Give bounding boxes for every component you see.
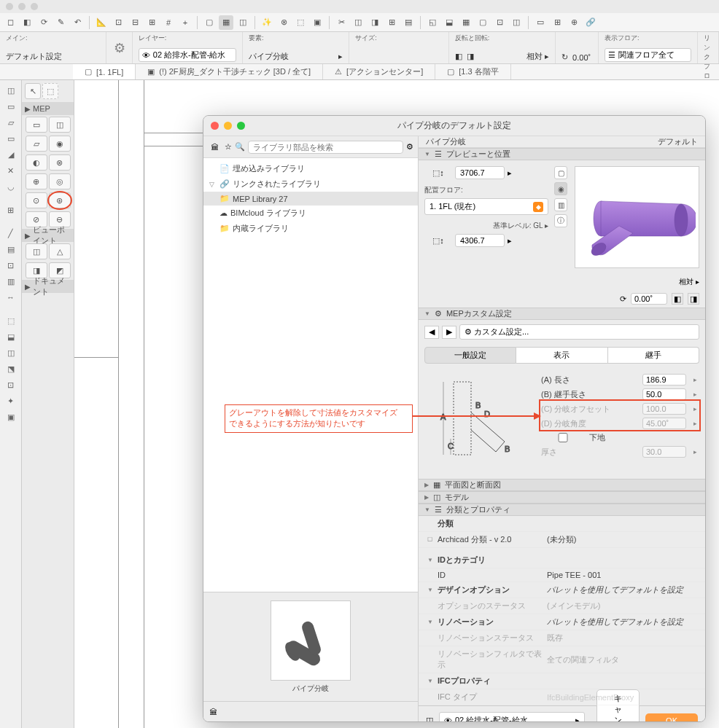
tab-3d-check[interactable]: ▣ (!) 2F厨房_ダクト干渉チェック [3D / 全て] (136, 64, 323, 79)
mep-header[interactable]: ▶ MEP (22, 102, 74, 115)
ok-button[interactable]: OK (645, 713, 698, 722)
view-2d[interactable]: ▢ (554, 166, 567, 179)
tool-icon[interactable]: ⬓ (442, 15, 456, 30)
mep-tool[interactable]: ⊕ (26, 173, 47, 189)
library-tree[interactable]: 📄 埋め込みライブラリ ▽🔗 リンクされたライブラリ 📁 MEP Library… (203, 158, 418, 592)
tool-icon[interactable]: ◨ (368, 15, 382, 30)
mep-tool[interactable]: ◫ (49, 117, 71, 133)
mep-tool[interactable]: ⊗ (49, 154, 71, 171)
tab-floor[interactable]: ▢ [1.3 各階平 (435, 64, 510, 79)
settings-icon[interactable]: ⚙ (114, 40, 125, 56)
tool-icon[interactable]: ◫ (3, 345, 19, 360)
custom-settings-drop[interactable]: ⚙ カスタム設定... (459, 324, 699, 340)
preview-3d[interactable] (575, 166, 699, 268)
link-icon[interactable]: 🔗 (583, 15, 598, 30)
mep-tool[interactable]: ▱ (26, 136, 47, 152)
building-icon[interactable]: 🏛 (209, 708, 217, 716)
beam-icon[interactable]: ▭ (3, 131, 19, 146)
tool-icon[interactable]: ⬓ (3, 329, 19, 344)
section-class[interactable]: ▼☰ 分類とプロパティ (419, 504, 705, 516)
close-icon[interactable] (211, 122, 219, 130)
section-model[interactable]: ▶◫ モデル (419, 491, 705, 504)
param-b[interactable] (642, 388, 686, 400)
minimize-traffic[interactable] (18, 3, 26, 10)
section-mep[interactable]: ▼⚙ MEPカスタム設定 (419, 308, 705, 320)
shell-icon[interactable]: ◡ (3, 179, 19, 194)
tool-icon[interactable]: ⟳ (36, 15, 51, 30)
tool-icon[interactable]: ⊡ (3, 377, 19, 392)
group-icon[interactable]: ▣ (310, 15, 324, 30)
lib-mep27[interactable]: 📁 MEP Library 27 (203, 192, 418, 206)
wall-icon[interactable]: ▭ (3, 99, 19, 114)
slab-icon[interactable]: ▱ (3, 115, 19, 130)
mep-tool[interactable]: ◉ (49, 136, 71, 152)
view-info[interactable]: ⓘ (554, 214, 567, 227)
document-header[interactable]: ▶ ドキュメント (22, 280, 74, 293)
main-value[interactable]: デフォルト設定 (6, 51, 100, 62)
lib-builtin[interactable]: 📁 内蔵ライブラリ (203, 221, 418, 236)
magic-icon[interactable]: ✨ (260, 15, 274, 30)
tool-icon[interactable]: ◫ (351, 15, 365, 30)
tool-icon[interactable]: ⊞ (550, 15, 564, 30)
view-side[interactable]: ▥ (554, 198, 567, 211)
arrow-tool[interactable]: ↖ (25, 83, 41, 99)
grid-icon[interactable]: # (161, 15, 176, 30)
mep-tool[interactable]: ▭ (26, 117, 47, 133)
elevation-icon[interactable]: ▥ (3, 274, 19, 289)
tool-icon[interactable]: ◫ (509, 15, 524, 30)
trim-icon[interactable]: ⊟ (128, 15, 142, 30)
tool-icon[interactable]: ⬚ (3, 313, 19, 328)
elevation-bottom[interactable] (455, 234, 505, 247)
chev[interactable]: ▸ (508, 168, 512, 178)
fill-icon[interactable]: ▦ (219, 15, 233, 30)
pipe-branch-tool[interactable]: ⊛ (49, 192, 71, 208)
dim-icon[interactable]: ↔ (3, 290, 19, 305)
search-input[interactable] (248, 141, 403, 154)
nav-icon[interactable]: ⊕ (567, 15, 581, 30)
star-icon[interactable]: ☆ (225, 142, 232, 152)
layer-dropdown[interactable]: 👁 02 給排水-配管-給水 ▸ (439, 712, 585, 721)
zoom-traffic[interactable] (31, 3, 38, 10)
mep-tool[interactable]: ⊙ (26, 192, 47, 208)
section-plan[interactable]: ▶▦ 平面図と断面図 (419, 479, 705, 491)
tab-general[interactable]: 一般設定 (424, 347, 516, 364)
lib-linked[interactable]: ▽🔗 リンクされたライブラリ (203, 176, 418, 192)
gear-icon[interactable]: ⚙ (406, 142, 413, 152)
tool-icon[interactable]: ⊞ (384, 15, 399, 30)
cut-icon[interactable]: ✂ (334, 15, 349, 30)
ruler-icon[interactable]: 📐 (94, 15, 109, 30)
tool-icon[interactable]: ▦ (459, 15, 473, 30)
base-checkbox[interactable] (541, 433, 585, 442)
tool-icon[interactable]: ▢ (475, 15, 490, 30)
angle-input[interactable] (631, 293, 667, 305)
elevation-top[interactable] (455, 166, 505, 179)
vp-tool[interactable]: △ (49, 243, 71, 259)
line-icon[interactable]: ╱ (3, 226, 19, 240)
select-icon[interactable]: ⬚ (293, 15, 308, 30)
view-3d[interactable]: ◉ (554, 182, 567, 195)
tab-action-center[interactable]: ⚠ [アクションセンター] (323, 64, 435, 79)
section-icon[interactable]: ▤ (3, 242, 19, 257)
minimize-icon[interactable] (224, 122, 232, 130)
vp-tool[interactable]: ◫ (26, 243, 47, 259)
lib-embed[interactable]: 📄 埋め込みライブラリ (203, 161, 418, 176)
lib-bimcloud[interactable]: ☁ BIMcloud ライブラリ (203, 206, 418, 221)
cube-icon[interactable]: ◫ (3, 83, 19, 98)
tool-icon[interactable]: ⊡ (492, 15, 507, 30)
marquee-tool[interactable]: ⬚ (42, 83, 58, 99)
tree-icon[interactable]: 🏛 (208, 143, 222, 152)
flip-v[interactable]: ◨ (688, 293, 699, 305)
tool-icon[interactable]: ◻ (3, 15, 18, 30)
intersect-icon[interactable]: ⊡ (111, 15, 125, 30)
tool-icon[interactable]: ◱ (425, 15, 440, 30)
param-a[interactable] (642, 374, 686, 385)
mep-tool[interactable]: ◐ (26, 154, 47, 171)
box-icon[interactable]: ▢ (202, 15, 217, 30)
mep-tool[interactable]: ◎ (49, 173, 71, 189)
viewpoint-header[interactable]: ▶ ビューポイント (22, 229, 74, 242)
plus-icon[interactable]: + (178, 15, 193, 30)
connect-icon[interactable]: ⊗ (276, 15, 291, 30)
detail-icon[interactable]: ⊡ (3, 258, 19, 273)
chev[interactable]: ▸ (508, 236, 512, 246)
tab-floor-plan[interactable]: ▢ [1. 1FL] (73, 64, 136, 79)
